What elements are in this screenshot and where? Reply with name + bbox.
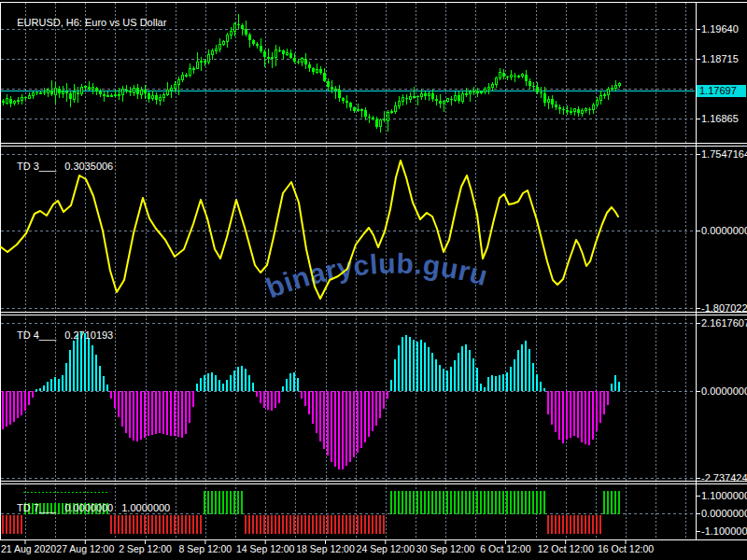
td3-value: 0.3035006 xyxy=(64,161,113,172)
td7-indicator-header: TD 7___0.00000001.0000000 xyxy=(6,490,170,526)
current-price-badge: 1.17697 xyxy=(697,85,746,97)
td7-name: TD 7___ xyxy=(17,502,56,513)
symbol-header-label: EURUSD, H6: Euro vs US Dollar xyxy=(17,17,166,28)
td7-value-1: 0.0000000 xyxy=(64,502,113,513)
td3-indicator-header: TD 3___0.3035006 xyxy=(6,148,113,185)
td4-indicator-header: TD 4___0.2710193 xyxy=(6,317,113,354)
terminal-window: 1.196401.187151.168651.75471640.0000000-… xyxy=(0,0,747,560)
td7-value-2: 1.0000000 xyxy=(121,502,170,513)
chart-area[interactable] xyxy=(0,0,747,560)
symbol-header: EURUSD, H6: Euro vs US Dollar xyxy=(6,5,166,41)
td4-value: 0.2710193 xyxy=(64,329,113,341)
td3-name: TD 3___ xyxy=(17,161,56,172)
td4-name: TD 4___ xyxy=(17,329,56,341)
